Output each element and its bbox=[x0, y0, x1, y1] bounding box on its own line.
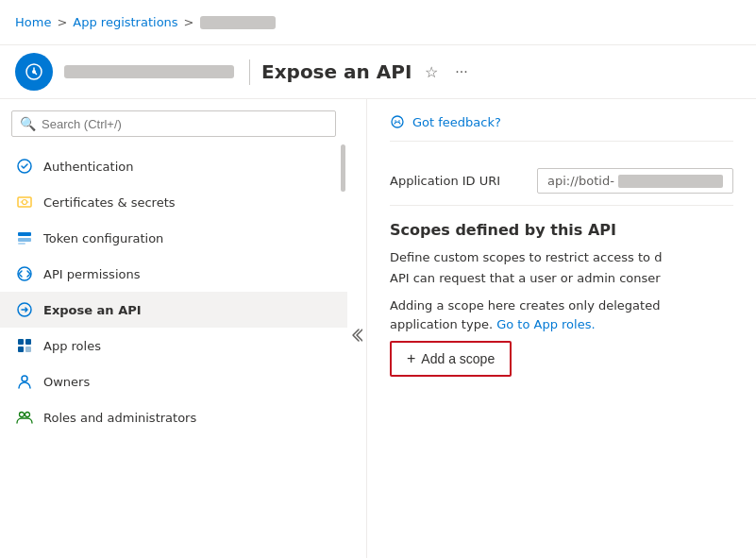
breadcrumb-app-registrations[interactable]: App registrations bbox=[73, 15, 177, 29]
add-scope-label: Add a scope bbox=[421, 351, 495, 366]
authentication-label: Authentication bbox=[43, 160, 133, 174]
search-input[interactable] bbox=[42, 117, 328, 131]
owners-label: Owners bbox=[43, 375, 90, 389]
svg-rect-5 bbox=[18, 232, 31, 236]
breadcrumb-sep1: > bbox=[57, 15, 67, 29]
sidebar-nav: Authentication Certificates & secrets bbox=[0, 144, 347, 439]
app-id-uri-blurred bbox=[618, 175, 723, 188]
scopes-desc-2: API can request that a user or admin con… bbox=[390, 269, 733, 288]
app-id-uri-label: Application ID URI bbox=[390, 174, 522, 188]
expose-api-label: Expose an API bbox=[43, 303, 142, 317]
certificates-label: Certificates & secrets bbox=[43, 195, 176, 210]
scopes-desc-block: Define custom scopes to restrict access … bbox=[390, 248, 733, 333]
app-id-uri-row: Application ID URI api://botid- bbox=[390, 157, 733, 206]
sidebar-item-token[interactable]: Token configuration bbox=[0, 220, 347, 256]
svg-rect-6 bbox=[18, 238, 31, 242]
pin-button[interactable]: ☆ bbox=[421, 59, 442, 85]
breadcrumb-sep2: > bbox=[184, 15, 194, 29]
feedback-bar: Got feedback? bbox=[390, 114, 733, 142]
sidebar-content: 🔍 Authentication bbox=[0, 99, 347, 558]
svg-point-19 bbox=[398, 120, 400, 122]
content-area: Got feedback? Application ID URI api://b… bbox=[367, 99, 756, 558]
add-scope-button[interactable]: + Add a scope bbox=[390, 341, 512, 377]
app-header: Expose an API ☆ ··· bbox=[0, 45, 756, 99]
app-name-blurred bbox=[64, 65, 234, 78]
sidebar-item-owners[interactable]: Owners bbox=[0, 364, 347, 399]
breadcrumb: Home > App registrations > bbox=[0, 0, 756, 45]
api-permissions-icon bbox=[15, 264, 34, 283]
search-icon: 🔍 bbox=[20, 116, 36, 131]
sidebar-item-app-roles[interactable]: App roles bbox=[0, 328, 347, 364]
svg-rect-3 bbox=[18, 197, 31, 207]
svg-point-15 bbox=[20, 413, 25, 417]
main-body: 🔍 Authentication bbox=[0, 99, 756, 558]
breadcrumb-app-name bbox=[200, 16, 276, 29]
sidebar-nav-wrapper: Authentication Certificates & secrets bbox=[0, 144, 347, 558]
plus-icon: + bbox=[407, 350, 415, 367]
app-id-uri-prefix: api://botid- bbox=[547, 174, 614, 188]
scopes-desc-4: application type. Go to App roles. bbox=[390, 315, 733, 334]
sidebar-item-certificates[interactable]: Certificates & secrets bbox=[0, 184, 347, 220]
page-title-area: Expose an API ☆ ··· bbox=[249, 59, 472, 85]
svg-rect-10 bbox=[18, 339, 24, 345]
scopes-desc-1: Define custom scopes to restrict access … bbox=[390, 248, 733, 267]
page-title: Expose an API bbox=[261, 60, 412, 83]
sidebar-item-expose-api[interactable]: Expose an API bbox=[0, 292, 347, 328]
more-button[interactable]: ··· bbox=[451, 59, 471, 84]
token-label: Token configuration bbox=[43, 231, 163, 245]
token-icon bbox=[15, 228, 34, 247]
roles-admin-label: Roles and administrators bbox=[43, 411, 196, 425]
sidebar-scrollbar[interactable] bbox=[341, 144, 345, 192]
sidebar-collapse-button[interactable] bbox=[347, 112, 366, 558]
authentication-icon bbox=[15, 157, 34, 176]
app-icon bbox=[15, 53, 53, 91]
scopes-title: Scopes defined by this API bbox=[390, 221, 733, 239]
svg-point-16 bbox=[25, 413, 30, 417]
sidebar-item-api-permissions[interactable]: API permissions bbox=[0, 256, 347, 292]
api-permissions-label: API permissions bbox=[43, 267, 140, 281]
roles-admin-icon bbox=[15, 408, 34, 427]
svg-rect-7 bbox=[18, 243, 25, 245]
app-id-uri-value[interactable]: api://botid- bbox=[537, 168, 733, 194]
expose-api-icon bbox=[15, 300, 34, 319]
svg-point-14 bbox=[22, 376, 27, 381]
feedback-label[interactable]: Got feedback? bbox=[412, 115, 501, 129]
svg-point-1 bbox=[32, 70, 36, 74]
scopes-section: Scopes defined by this API Define custom… bbox=[390, 221, 733, 377]
svg-rect-12 bbox=[18, 347, 24, 352]
breadcrumb-home[interactable]: Home bbox=[15, 15, 51, 29]
sidebar-with-collapse: 🔍 Authentication bbox=[0, 99, 367, 558]
go-to-app-roles-link[interactable]: Go to App roles. bbox=[496, 317, 595, 331]
svg-rect-11 bbox=[25, 339, 31, 345]
feedback-icon bbox=[390, 114, 405, 129]
sidebar-item-authentication[interactable]: Authentication bbox=[0, 148, 347, 184]
svg-point-4 bbox=[23, 200, 27, 205]
owners-icon bbox=[15, 372, 34, 391]
app-roles-label: App roles bbox=[43, 339, 101, 353]
scopes-desc-3: Adding a scope here creates only delegat… bbox=[390, 296, 733, 315]
svg-rect-13 bbox=[25, 347, 31, 352]
certificates-icon bbox=[15, 193, 34, 211]
sidebar-item-roles-admin[interactable]: Roles and administrators bbox=[0, 399, 347, 435]
search-box[interactable]: 🔍 bbox=[11, 110, 336, 137]
svg-point-18 bbox=[395, 120, 396, 122]
svg-point-8 bbox=[18, 267, 31, 280]
app-roles-icon bbox=[15, 336, 34, 355]
